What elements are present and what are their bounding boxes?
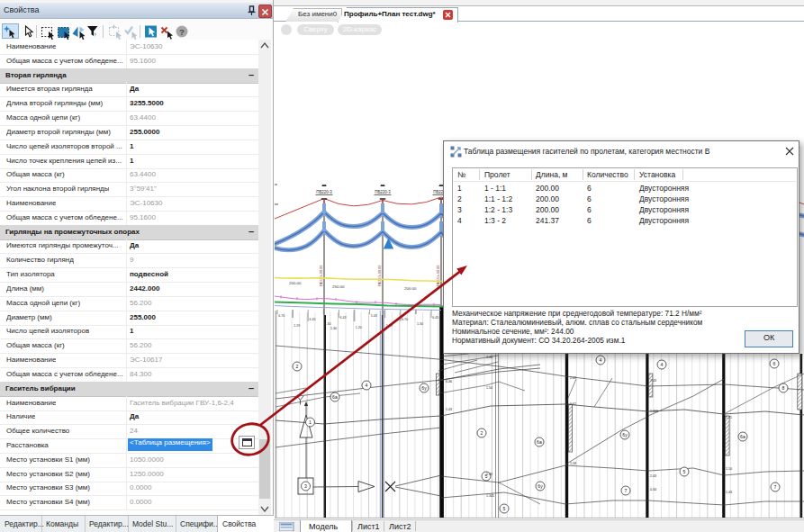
- svg-text:1.49: 1.49: [486, 473, 492, 476]
- svg-text:2: 2: [296, 364, 299, 369]
- svg-text:4.40: 4.40: [486, 356, 492, 359]
- svg-text:2.09: 2.09: [570, 376, 576, 380]
- svg-text:200.00: 200.00: [404, 286, 417, 291]
- svg-text:6у: 6у: [421, 385, 427, 391]
- svg-text:1.20: 1.20: [356, 326, 362, 329]
- svg-text:3: 3: [304, 483, 307, 489]
- svg-text:250.00: 250.00: [332, 284, 345, 289]
- svg-text:2: 2: [481, 430, 483, 436]
- svg-text:200.00: 200.00: [289, 281, 302, 285]
- svg-text:?: ?: [179, 27, 185, 37]
- svg-text:ПБ220+00.00: ПБ220+00.00: [378, 266, 382, 286]
- svg-text:ПБ220-3: ПБ220-3: [316, 190, 332, 194]
- svg-text:1.30: 1.30: [325, 322, 331, 326]
- svg-text:5: 5: [503, 506, 506, 511]
- svg-text:6.43: 6.43: [340, 316, 347, 320]
- svg-text:6у: 6у: [538, 483, 543, 489]
- svg-text:1.30: 1.30: [330, 327, 337, 330]
- svg-text:6.46: 6.46: [446, 380, 452, 383]
- svg-text:6а: 6а: [537, 439, 542, 445]
- svg-text:8: 8: [782, 385, 785, 391]
- svg-text:6у: 6у: [622, 432, 628, 437]
- svg-text:ПБ220+00.00: ПБ220+00.00: [320, 266, 323, 286]
- svg-text:5: 5: [683, 469, 686, 474]
- svg-text:7.43: 7.43: [650, 379, 656, 383]
- svg-text:ПБ220+00.00: ПБ220+00.00: [437, 266, 440, 286]
- svg-text:1.345: 1.345: [486, 494, 494, 498]
- svg-text:2.43: 2.43: [650, 474, 656, 478]
- svg-text:1.601: 1.601: [650, 410, 658, 413]
- svg-text:0.34: 0.34: [650, 488, 656, 491]
- svg-text:1.43: 1.43: [446, 408, 452, 411]
- svg-text:5.43: 5.43: [371, 314, 377, 318]
- svg-text:1.50: 1.50: [486, 386, 492, 390]
- svg-text:1.43: 1.43: [726, 491, 732, 494]
- svg-text:1.10: 1.10: [726, 467, 732, 471]
- svg-text:1: 1: [309, 419, 312, 425]
- svg-text:4: 4: [600, 357, 602, 363]
- svg-text:6а: 6а: [740, 434, 745, 439]
- svg-text:7: 7: [774, 484, 777, 490]
- svg-text:ПБ220-3: ПБ220-3: [375, 190, 391, 194]
- svg-text:6.45: 6.45: [432, 316, 438, 320]
- svg-text:4: 4: [661, 362, 664, 367]
- svg-text:6.70: 6.70: [278, 314, 285, 318]
- svg-text:1.29: 1.29: [386, 324, 393, 328]
- svg-text:4: 4: [366, 383, 368, 388]
- svg-text:1.71: 1.71: [726, 416, 732, 419]
- svg-text:6а: 6а: [332, 394, 338, 400]
- svg-text:7: 7: [625, 488, 628, 493]
- svg-text:6.45: 6.45: [309, 318, 315, 321]
- svg-text:6: 6: [773, 361, 776, 366]
- svg-text:1.29: 1.29: [294, 324, 300, 328]
- svg-text:1.62: 1.62: [570, 402, 576, 406]
- svg-text:1.30: 1.30: [417, 322, 423, 326]
- svg-text:1.58: 1.58: [570, 462, 576, 465]
- svg-text:6.70: 6.70: [402, 318, 408, 321]
